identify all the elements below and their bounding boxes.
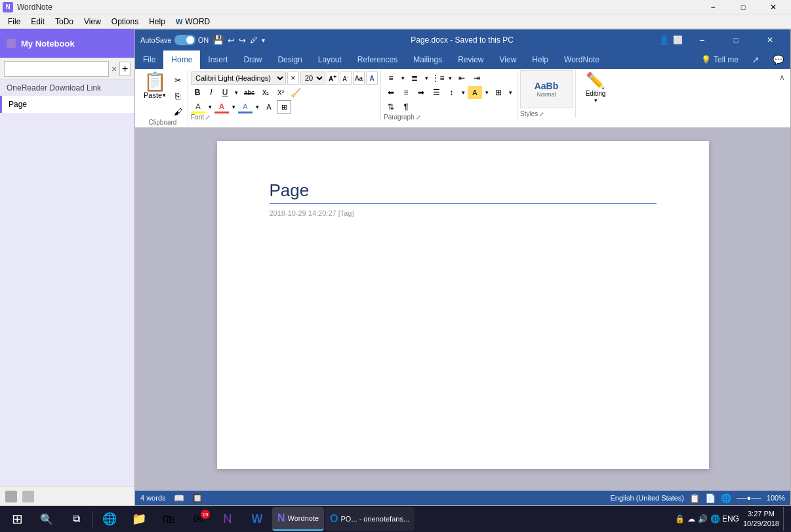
taskbar-word[interactable]: W — [243, 507, 272, 531]
shading-dropdown[interactable]: ▾ — [483, 86, 491, 99]
close-button[interactable]: ✕ — [758, 0, 788, 14]
format-painter-button[interactable]: 🖌 — [171, 104, 185, 119]
search-input[interactable] — [4, 61, 109, 77]
footer-icon-1[interactable] — [5, 491, 17, 502]
taskbar-show-desktop[interactable] — [783, 507, 788, 531]
word-close-button[interactable]: ✕ — [755, 30, 785, 51]
taskbar-notification-area[interactable]: 🔒 ☁ 🔊 🌐 ENG — [675, 514, 739, 523]
menu-help[interactable]: Help — [144, 16, 171, 28]
clear-formatting-button[interactable]: 🧹 — [289, 86, 303, 99]
comments-button[interactable]: 💬 — [766, 51, 790, 69]
font-color-button[interactable]: A — [214, 100, 229, 113]
word-maximize-button[interactable]: □ — [721, 30, 751, 51]
tab-references[interactable]: References — [350, 51, 405, 69]
view-read-icon[interactable]: 📋 — [689, 493, 700, 503]
borders-button[interactable]: ⊞ — [491, 86, 506, 99]
underline-button[interactable]: U — [218, 86, 232, 99]
cut-button[interactable]: ✂ — [171, 73, 185, 87]
copy-button[interactable]: ⎘ — [171, 89, 185, 103]
taskbar-outlook-app[interactable]: O PO... - onenotefans... — [325, 507, 415, 531]
search-button[interactable]: 🔍 — [32, 507, 61, 531]
strikethrough-button[interactable]: abc — [241, 86, 258, 99]
justify-button[interactable]: ☰ — [429, 86, 443, 99]
align-left-button[interactable]: ⬅ — [384, 86, 398, 99]
word-minimize-button[interactable]: − — [687, 30, 717, 51]
tab-view[interactable]: View — [492, 51, 525, 69]
menu-edit[interactable]: Edit — [26, 16, 50, 28]
zoom-slider[interactable]: ──●── — [737, 494, 761, 502]
tab-draw[interactable]: Draw — [235, 51, 270, 69]
add-note-button[interactable]: + — [119, 62, 131, 76]
focus-mode-icon[interactable]: 🔲 — [192, 493, 203, 503]
increase-indent-button[interactable]: ⇥ — [470, 72, 484, 85]
doc-title[interactable]: Page — [270, 180, 657, 204]
tab-review[interactable]: Review — [450, 51, 491, 69]
borders-dropdown[interactable]: ▾ — [506, 86, 514, 99]
tab-mailings[interactable]: Mailings — [405, 51, 450, 69]
tab-help[interactable]: Help — [524, 51, 556, 69]
line-spacing-button[interactable]: ↕ — [444, 86, 458, 99]
taskbar-explorer[interactable]: 📁 — [125, 507, 153, 531]
underline-dropdown[interactable]: ▾ — [232, 86, 240, 99]
word-profile-button[interactable]: 👤 — [659, 35, 669, 45]
font-size-dec-button[interactable]: A- — [340, 72, 352, 85]
font-change-case-button[interactable]: Aa — [353, 72, 365, 85]
font-color2-button[interactable]: A — [238, 100, 253, 113]
font-color2-dropdown[interactable]: ▾ — [253, 100, 261, 113]
paste-button[interactable]: 📋 Paste ▾ — [140, 72, 169, 100]
customize-icon[interactable]: 🖊 — [250, 35, 258, 45]
maximize-button[interactable]: □ — [728, 0, 758, 14]
show-hide-button[interactable]: ¶ — [399, 100, 413, 113]
view-web-icon[interactable]: 🌐 — [721, 493, 731, 503]
notebook-header[interactable]: My Notebook — [0, 29, 134, 58]
subscript-button[interactable]: X₂ — [258, 86, 273, 99]
align-center-button[interactable]: ≡ — [399, 86, 413, 99]
font-name-select[interactable]: Calibri Light (Headings) — [191, 72, 286, 85]
note-section-header[interactable]: OneReader Download Link — [0, 80, 134, 96]
redo-icon[interactable]: ↪ — [239, 35, 246, 45]
styles-gallery[interactable]: AaBb Normal — [520, 70, 573, 108]
dropdown-icon[interactable]: ▾ — [262, 37, 265, 44]
tab-insert[interactable]: Insert — [200, 51, 235, 69]
word-ribbon-toggle[interactable]: ⬜ — [673, 35, 683, 45]
undo-icon[interactable]: ↩ — [228, 35, 235, 45]
menu-options[interactable]: Options — [106, 16, 144, 28]
tell-me-section[interactable]: 💡 Tell me — [695, 51, 745, 69]
shading-button[interactable]: A — [468, 86, 482, 99]
font-size-select[interactable]: 20 — [300, 72, 325, 85]
taskbar-mail[interactable]: ✉ 19 — [184, 507, 213, 531]
bold-button[interactable]: B — [191, 86, 204, 99]
view-print-icon[interactable]: 📄 — [705, 493, 716, 503]
collapse-ribbon-button[interactable]: ∧ — [777, 70, 788, 85]
minimize-button[interactable]: − — [698, 0, 728, 14]
italic-button[interactable]: I — [205, 86, 218, 99]
font-expand-icon[interactable]: ⤢ — [205, 114, 211, 121]
taskbar-store[interactable]: 🛍 — [154, 507, 183, 531]
paragraph-expand-icon[interactable]: ⤢ — [416, 114, 421, 121]
superscript-button[interactable]: X² — [274, 86, 288, 99]
sort-button[interactable]: ⇅ — [384, 100, 398, 113]
text-highlight-dropdown[interactable]: ▾ — [206, 100, 214, 113]
char-border-button[interactable]: ⊞ — [277, 100, 291, 113]
tab-wordnote[interactable]: WordNote — [556, 51, 607, 69]
editing-dropdown[interactable]: ▾ — [594, 97, 598, 104]
font-size-inc-button[interactable]: A+ — [327, 72, 338, 85]
start-button[interactable]: ⊞ — [3, 507, 31, 531]
read-mode-icon[interactable]: 📖 — [174, 493, 184, 503]
search-clear-icon[interactable]: × — [112, 64, 117, 74]
bullets-button[interactable]: ≡ — [384, 72, 398, 85]
bullets-dropdown[interactable]: ▾ — [399, 72, 407, 85]
taskbar-clock[interactable]: 3:27 PM 10/29/2018 — [743, 509, 779, 529]
char-shading-button[interactable]: A — [262, 100, 276, 113]
multilevel-dropdown[interactable]: ▾ — [446, 72, 454, 85]
note-item-page[interactable]: Page — [0, 96, 134, 113]
line-spacing-dropdown[interactable]: ▾ — [459, 86, 467, 99]
footer-icon-2[interactable] — [22, 491, 34, 502]
paste-arrow-icon[interactable]: ▾ — [163, 92, 166, 98]
menu-view[interactable]: View — [79, 16, 106, 28]
text-highlight-button[interactable]: A — [191, 100, 205, 113]
decrease-indent-button[interactable]: ⇤ — [455, 72, 469, 85]
styles-expand-icon[interactable]: ⤢ — [539, 111, 544, 117]
editing-button[interactable]: ✏️ Editing ▾ — [578, 70, 613, 106]
menu-todo[interactable]: ToDo — [50, 16, 79, 28]
